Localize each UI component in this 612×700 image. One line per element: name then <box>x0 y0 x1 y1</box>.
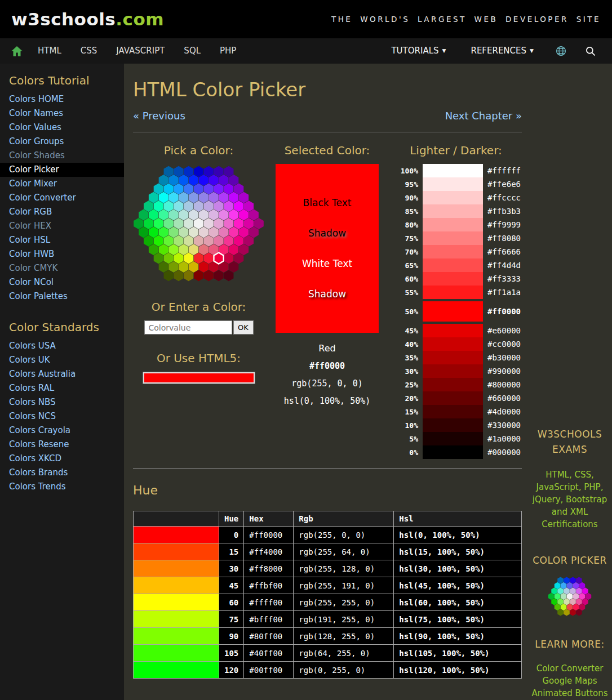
shade-swatch[interactable] <box>423 177 483 191</box>
shade-swatch[interactable] <box>423 445 483 459</box>
shade-row: 45% #e60000 <box>390 324 522 337</box>
hue-header-row: Hue Hex Rgb Hsl <box>134 511 522 527</box>
shade-swatch[interactable] <box>423 351 483 364</box>
sidebar-item[interactable]: Color Names <box>0 106 124 121</box>
search-button[interactable] <box>576 46 605 57</box>
hsl-value-link[interactable]: hsl(90, 100%, 50%) <box>394 628 522 645</box>
sidebar-item[interactable]: Colors USA <box>0 339 124 353</box>
shade-swatch[interactable] <box>423 337 483 351</box>
sidebar-item[interactable]: Color HEX <box>0 219 124 233</box>
shade-percent: 70% <box>390 248 418 256</box>
sidebar-item[interactable]: Color Values <box>0 121 124 135</box>
shade-row: 55% #ff1a1a <box>390 286 522 299</box>
learn-more-link[interactable]: Color Converter <box>527 662 612 675</box>
hsl-value-link[interactable]: hsl(60, 100%, 50%) <box>394 594 522 611</box>
white-shadow-sample: Shadow <box>308 288 346 300</box>
html5-color-input[interactable] <box>143 372 255 384</box>
references-menu[interactable]: REFERENCES▼ <box>458 38 546 64</box>
shade-hex: #ff8080 <box>487 234 521 243</box>
hsl-value-link[interactable]: hsl(15, 100%, 50%) <box>394 543 522 560</box>
color-hexagon-map[interactable] <box>133 164 264 283</box>
sidebar-item[interactable]: Colors XKCD <box>0 452 124 466</box>
home-icon-link[interactable] <box>7 44 28 58</box>
black-text-sample: Black Text <box>303 197 352 208</box>
hue-value: 60 <box>219 594 244 611</box>
nav-link[interactable]: HTML <box>28 38 71 64</box>
shade-swatch[interactable] <box>423 286 483 299</box>
sidebar-item[interactable]: Color Mixer <box>0 177 124 191</box>
sidebar-item[interactable]: Color RGB <box>0 205 124 219</box>
nav-links: HTMLCSSJAVASCRIPTSQLPHP <box>28 38 246 64</box>
certifications-link[interactable]: HTML, CSS, JavaScript, PHP, jQuery, Boot… <box>527 469 612 530</box>
hsl-value-link[interactable]: hsl(45, 100%, 50%) <box>394 577 522 594</box>
sidebar-item[interactable]: Colors Australia <box>0 367 124 381</box>
sidebar-item[interactable]: Colors UK <box>0 353 124 367</box>
hex-value: #ff4000 <box>244 543 294 560</box>
shade-percent: 40% <box>390 340 418 349</box>
shade-swatch[interactable] <box>423 218 483 231</box>
shade-hex: #b30000 <box>487 353 521 362</box>
hsl-value-link[interactable]: hsl(0, 100%, 50%) <box>394 527 522 543</box>
rgb-value: rgb(191, 255, 0) <box>294 611 394 628</box>
sidebar-item[interactable]: Colors NCS <box>0 409 124 423</box>
shade-percent: 0% <box>390 448 418 457</box>
site-tagline: THE WORLD'S LARGEST WEB DEVELOPER SITE <box>331 15 601 24</box>
hue-row: 105 #40ff00 rgb(64, 255, 0) hsl(105, 100… <box>134 645 522 662</box>
shade-swatch[interactable] <box>423 378 483 391</box>
shade-swatch[interactable] <box>423 391 483 405</box>
shade-swatch[interactable] <box>423 364 483 378</box>
sidebar-item[interactable]: Color NCol <box>0 275 124 289</box>
nav-link[interactable]: SQL <box>174 38 210 64</box>
shade-swatch[interactable] <box>423 432 483 445</box>
sidebar-item[interactable]: Colors Trends <box>0 480 124 494</box>
previous-link[interactable]: « Previous <box>133 110 185 122</box>
shade-swatch[interactable] <box>423 231 483 245</box>
nav-link[interactable]: CSS <box>71 38 107 64</box>
shade-row: 5% #1a0000 <box>390 432 522 445</box>
sidebar-item[interactable]: Colors HOME <box>0 92 124 106</box>
next-chapter-link[interactable]: Next Chapter » <box>445 110 522 122</box>
shade-swatch[interactable] <box>423 191 483 204</box>
sidebar-item[interactable]: Colors RAL <box>0 381 124 395</box>
pick-color-column: Pick a Color: Or Enter a Color: OK Or Us… <box>133 135 264 459</box>
sidebar-item[interactable]: Colors NBS <box>0 395 124 409</box>
translate-globe-button[interactable] <box>546 45 576 57</box>
shade-swatch[interactable] <box>423 258 483 272</box>
logo[interactable]: w3schools.com <box>11 9 164 29</box>
sidebar-item[interactable]: Color HSL <box>0 233 124 247</box>
color-picker-thumbnail[interactable] <box>548 576 592 617</box>
nav-link[interactable]: JAVASCRIPT <box>107 38 174 64</box>
shade-swatch[interactable] <box>423 272 483 286</box>
shade-swatch[interactable] <box>423 164 483 177</box>
hsl-value-link[interactable]: hsl(120, 100%, 50%) <box>394 662 522 679</box>
sidebar-item[interactable]: Color Picker <box>0 163 124 177</box>
sidebar-item[interactable]: Color Shades <box>0 149 124 163</box>
shade-swatch[interactable] <box>423 204 483 218</box>
learn-more-link[interactable]: Animated Buttons <box>527 687 612 699</box>
sidebar-item[interactable]: Color Groups <box>0 135 124 149</box>
ok-button[interactable]: OK <box>233 320 254 335</box>
shade-hex: #4d0000 <box>487 407 521 416</box>
rgb-header: Rgb <box>294 511 394 527</box>
sidebar-item[interactable]: Color Palettes <box>0 289 124 304</box>
shade-swatch[interactable] <box>423 405 483 418</box>
hsl-value-link[interactable]: hsl(30, 100%, 50%) <box>394 560 522 577</box>
sidebar-item[interactable]: Colors Crayola <box>0 423 124 438</box>
shade-swatch[interactable] <box>423 301 483 322</box>
color-value-input[interactable] <box>144 320 232 335</box>
sidebar-item[interactable]: Color Converter <box>0 191 124 205</box>
learn-more-link[interactable]: Google Maps <box>527 675 612 687</box>
hue-row: 0 #ff0000 rgb(255, 0, 0) hsl(0, 100%, 50… <box>134 527 522 543</box>
shade-swatch[interactable] <box>423 324 483 337</box>
sidebar-item[interactable]: Color HWB <box>0 247 124 261</box>
sidebar-item[interactable]: Color CMYK <box>0 261 124 275</box>
nav-link[interactable]: PHP <box>210 38 246 64</box>
hsl-value-link[interactable]: hsl(105, 100%, 50%) <box>394 645 522 662</box>
hsl-value-link[interactable]: hsl(75, 100%, 50%) <box>394 611 522 628</box>
shade-swatch[interactable] <box>423 245 483 258</box>
sidebar-item[interactable]: Colors Resene <box>0 438 124 452</box>
sidebar-item[interactable]: Colors Brands <box>0 466 124 480</box>
shade-swatch[interactable] <box>423 418 483 432</box>
tutorials-menu[interactable]: TUTORIALS▼ <box>379 38 458 64</box>
hue-swatch <box>134 527 219 543</box>
